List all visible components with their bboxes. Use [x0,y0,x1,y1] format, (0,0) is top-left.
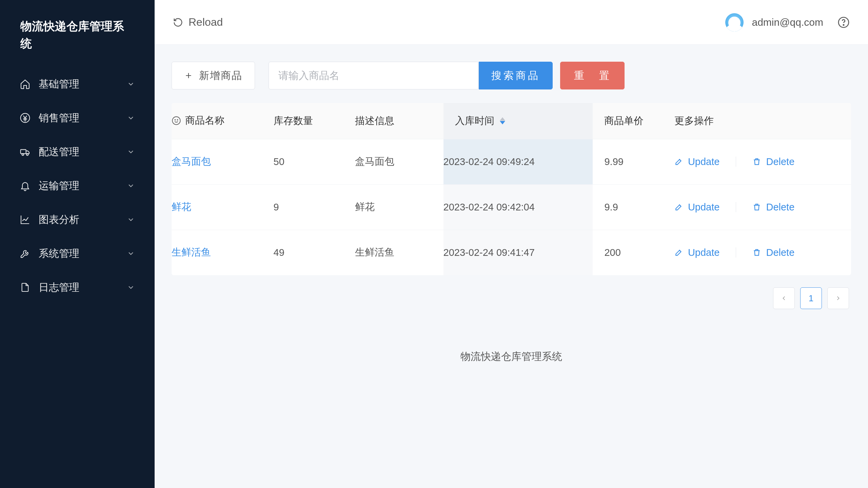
sidebar-item-delivery[interactable]: 配送管理 [0,135,155,169]
stock-cell: 9 [274,202,279,212]
edit-icon [674,248,683,257]
action-bar: 新增商品 搜索商品 重 置 [172,62,851,89]
footer-text: 物流快递仓库管理系统 [172,350,851,364]
help-icon[interactable] [837,16,850,28]
home-icon [20,79,31,89]
delete-label: Delete [766,202,794,213]
trash-icon [752,248,761,257]
sidebar-item-logs[interactable]: 日志管理 [0,270,155,304]
update-label: Update [688,247,720,258]
add-product-button[interactable]: 新增商品 [172,62,255,89]
table-row: 生鲜活鱼 49 生鲜活鱼 2023-02-24 09:41:47 200 Upd… [172,230,851,275]
reset-button-label: 重 置 [574,69,615,83]
search-button[interactable]: 搜索商品 [479,62,553,89]
reload-button[interactable]: Reload [173,16,223,28]
product-name-link[interactable]: 盒马面包 [172,156,211,167]
add-product-label: 新增商品 [199,69,242,83]
chevron-right-icon [835,295,842,302]
reload-icon [173,17,183,27]
delete-button[interactable]: Delete [752,156,794,167]
yen-icon [20,113,31,123]
delete-button[interactable]: Delete [752,202,794,213]
product-table: 商品名称 库存数量 描述信息 入库时间 [172,103,851,275]
bell-icon [20,180,31,191]
sidebar-item-label: 配送管理 [39,145,127,159]
content: 新增商品 搜索商品 重 置 [155,45,868,370]
desc-cell: 鲜花 [355,201,375,212]
pager-page-1[interactable]: 1 [800,287,822,309]
truck-icon [20,146,31,157]
update-button[interactable]: Update [674,156,720,167]
update-label: Update [688,156,720,167]
col-ops: 更多操作 [674,115,714,126]
sidebar-item-label: 系统管理 [39,247,127,261]
pager-current: 1 [809,293,813,304]
sidebar-item-system[interactable]: 系统管理 [0,237,155,270]
divider [736,157,736,167]
chevron-down-icon [127,114,135,122]
chart-icon [20,214,31,225]
user-email: admin@qq.com [752,17,823,28]
price-cell: 9.9 [604,202,618,212]
sidebar: 物流快递仓库管理系统 基础管理 销售管理 [0,0,155,488]
price-cell: 9.99 [604,156,623,167]
svg-rect-1 [21,149,26,154]
svg-point-8 [177,120,178,120]
svg-point-5 [843,24,844,25]
price-cell: 200 [604,247,620,258]
avatar [725,13,744,32]
time-cell: 2023-02-24 09:49:24 [443,156,535,167]
chevron-down-icon [127,216,135,224]
desc-cell: 盒马面包 [355,156,394,167]
sidebar-item-basic[interactable]: 基础管理 [0,67,155,101]
chevron-down-icon [127,148,135,156]
file-icon [20,282,31,293]
main: Reload admin@qq.com 新增商品 [155,0,868,488]
update-button[interactable]: Update [674,247,720,258]
chevron-down-icon [127,283,135,291]
sidebar-item-label: 销售管理 [39,111,127,125]
svg-point-3 [26,154,28,155]
stock-cell: 50 [274,156,284,167]
trash-icon [752,157,761,166]
user-area[interactable]: admin@qq.com [725,13,823,32]
col-stock: 库存数量 [274,115,313,126]
col-time: 入库时间 [455,114,494,128]
delete-button[interactable]: Delete [752,247,794,258]
search-input[interactable] [269,62,479,89]
delete-label: Delete [766,247,794,258]
chevron-down-icon [127,80,135,88]
update-button[interactable]: Update [674,202,720,213]
time-cell: 2023-02-24 09:42:04 [443,202,535,212]
svg-point-7 [175,120,176,120]
header: Reload admin@qq.com [155,0,868,45]
edit-icon [674,157,683,166]
reload-label: Reload [189,16,223,28]
trash-icon [752,203,761,211]
sidebar-item-label: 运输管理 [39,179,127,193]
time-cell: 2023-02-24 09:41:47 [443,247,535,258]
sidebar-item-label: 日志管理 [39,281,127,294]
sidebar-item-transport[interactable]: 运输管理 [0,169,155,203]
stock-cell: 49 [274,247,284,258]
pager-next[interactable] [827,287,849,309]
sidebar-menu: 基础管理 销售管理 配送管理 [0,67,155,304]
sidebar-item-label: 基础管理 [39,77,127,91]
col-time-sort[interactable]: 入库时间 [443,114,593,128]
sidebar-item-charts[interactable]: 图表分析 [0,203,155,237]
desc-cell: 生鲜活鱼 [355,247,394,258]
sidebar-item-label: 图表分析 [39,213,127,227]
svg-point-2 [22,154,24,155]
search-button-label: 搜索商品 [491,69,540,83]
col-name: 商品名称 [185,114,224,127]
product-name-link[interactable]: 生鲜活鱼 [172,247,211,258]
product-name-link[interactable]: 鲜花 [172,201,191,212]
divider [736,247,736,258]
wrench-icon [20,248,31,259]
edit-icon [674,203,683,211]
sidebar-item-sales[interactable]: 销售管理 [0,101,155,135]
divider [736,202,736,212]
reset-button[interactable]: 重 置 [560,62,625,89]
pager-prev[interactable] [773,287,795,309]
pagination: 1 [172,287,851,309]
